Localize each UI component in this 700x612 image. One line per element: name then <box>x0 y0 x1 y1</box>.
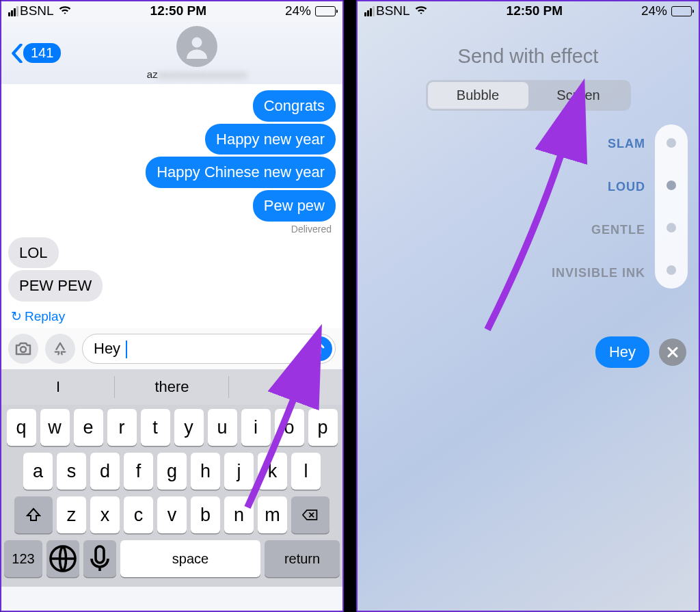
imessage-conversation-screen: BSNL 12:50 PM 24% 141 azaaaaaaaaaaaaaa C… <box>0 0 344 612</box>
carrier-label: BSNL <box>20 3 54 18</box>
app-store-button[interactable] <box>45 334 75 364</box>
effect-dot[interactable] <box>667 138 676 148</box>
preview-row: Hey <box>595 336 686 368</box>
suggestion[interactable]: there <box>115 369 228 405</box>
svg-point-2 <box>21 347 26 352</box>
effect-dot[interactable] <box>667 223 676 232</box>
suggestion[interactable]: I <box>1 369 115 405</box>
key[interactable]: r <box>107 409 137 446</box>
replay-icon: ↻ <box>11 308 22 324</box>
clock: 12:50 PM <box>428 3 641 18</box>
tab-bubble[interactable]: Bubble <box>428 82 528 109</box>
key[interactable]: k <box>258 453 287 490</box>
message-input[interactable]: Hey <box>82 334 336 364</box>
key[interactable]: i <box>241 409 271 446</box>
contact-name: azaaaaaaaaaaaaaa <box>147 68 247 80</box>
key[interactable]: s <box>57 453 86 490</box>
bubble-effect-options: SLAM LOUD GENTLE INVISIBLE INK <box>552 124 688 289</box>
tab-screen[interactable]: Screen <box>528 82 629 109</box>
kbd-row-4: 123 space return <box>4 540 340 577</box>
key[interactable]: o <box>275 409 304 446</box>
key[interactable]: x <box>90 496 120 533</box>
message-out[interactable]: Congrats <box>253 90 336 122</box>
carrier-label: BSNL <box>376 3 410 18</box>
contact-info[interactable]: azaaaaaaaaaaaaaa <box>66 26 327 80</box>
key[interactable]: h <box>191 453 220 490</box>
key[interactable]: t <box>141 409 170 446</box>
send-with-effect-screen: BSNL 12:50 PM 24% Send with effect Bubbl… <box>356 0 700 612</box>
key[interactable]: a <box>23 453 53 490</box>
key[interactable]: c <box>124 496 153 533</box>
svg-rect-4 <box>96 546 104 563</box>
message-out[interactable]: Happy new year <box>205 124 336 155</box>
key[interactable]: n <box>224 496 254 533</box>
effect-option-label[interactable]: GENTLE <box>552 223 645 237</box>
battery-icon <box>315 6 336 16</box>
clock: 12:50 PM <box>72 3 285 18</box>
send-button[interactable] <box>308 336 332 361</box>
key[interactable]: y <box>174 409 204 446</box>
backspace-key[interactable] <box>291 496 329 533</box>
globe-key[interactable] <box>46 540 79 577</box>
key[interactable]: j <box>224 453 254 490</box>
replay-effect-button[interactable]: ↻ Replay <box>11 308 333 324</box>
key[interactable]: d <box>90 453 120 490</box>
effect-option-label[interactable]: INVISIBLE INK <box>552 266 645 280</box>
cell-signal-icon <box>8 6 18 16</box>
effect-option-label[interactable]: SLAM <box>552 137 645 151</box>
battery-percent: 24% <box>285 3 311 18</box>
delivered-status: Delivered <box>12 224 332 235</box>
suggestion[interactable] <box>229 369 342 405</box>
effect-dot[interactable] <box>667 265 676 275</box>
battery-icon <box>671 6 692 16</box>
key[interactable]: u <box>208 409 237 446</box>
quicktype-suggestions: I there <box>1 369 342 405</box>
avatar-icon <box>176 26 217 67</box>
cell-signal-icon <box>364 6 375 16</box>
message-input-value: Hey <box>94 340 305 358</box>
key[interactable]: v <box>157 496 187 533</box>
key[interactable]: m <box>258 496 287 533</box>
message-in[interactable]: LOL <box>8 237 59 269</box>
svg-point-0 <box>192 38 202 48</box>
key[interactable]: q <box>7 409 36 446</box>
dictation-key[interactable] <box>83 540 116 577</box>
message-out[interactable]: Pew pew <box>253 190 336 222</box>
message-out[interactable]: Happy Chinese new year <box>146 157 336 188</box>
key[interactable]: p <box>308 409 338 446</box>
effect-option-label[interactable]: LOUD <box>552 180 645 194</box>
kbd-row-3: z x c v b n m <box>4 496 340 533</box>
camera-button[interactable] <box>8 334 38 364</box>
back-button[interactable]: 141 <box>11 43 61 63</box>
key[interactable]: f <box>124 453 153 490</box>
numbers-key[interactable]: 123 <box>4 540 42 577</box>
wifi-icon <box>58 3 72 18</box>
cancel-effect-button[interactable] <box>659 338 686 366</box>
message-in[interactable]: PEW PEW <box>8 270 103 302</box>
key[interactable]: l <box>291 453 321 490</box>
effect-dot[interactable] <box>667 181 676 190</box>
effect-screen-title: Send with effect <box>358 45 699 68</box>
key[interactable]: z <box>57 496 86 533</box>
key[interactable]: b <box>191 496 220 533</box>
wifi-icon <box>414 3 428 18</box>
key[interactable]: e <box>74 409 103 446</box>
battery-percent: 24% <box>641 3 667 18</box>
shift-key[interactable] <box>14 496 53 533</box>
replay-label: Replay <box>25 309 65 324</box>
unread-badge: 141 <box>23 43 61 63</box>
key[interactable]: w <box>40 409 70 446</box>
effect-dots-track <box>655 124 688 289</box>
return-key[interactable]: return <box>265 540 340 577</box>
status-bar: BSNL 12:50 PM 24% <box>358 1 699 21</box>
space-key[interactable]: space <box>120 540 260 577</box>
conversation-header: 141 azaaaaaaaaaaaaaa <box>1 21 342 84</box>
preview-bubble: Hey <box>595 336 649 368</box>
message-list[interactable]: Congrats Happy new year Happy Chinese ne… <box>1 84 342 328</box>
compose-bar: Hey <box>1 328 342 369</box>
kbd-row-1: q w e r t y u i o p <box>4 409 340 446</box>
status-bar: BSNL 12:50 PM 24% <box>1 1 342 21</box>
keyboard: q w e r t y u i o p a s d f g h j k l <box>1 405 342 587</box>
effect-type-segmented[interactable]: Bubble Screen <box>426 80 631 111</box>
key[interactable]: g <box>157 453 187 490</box>
